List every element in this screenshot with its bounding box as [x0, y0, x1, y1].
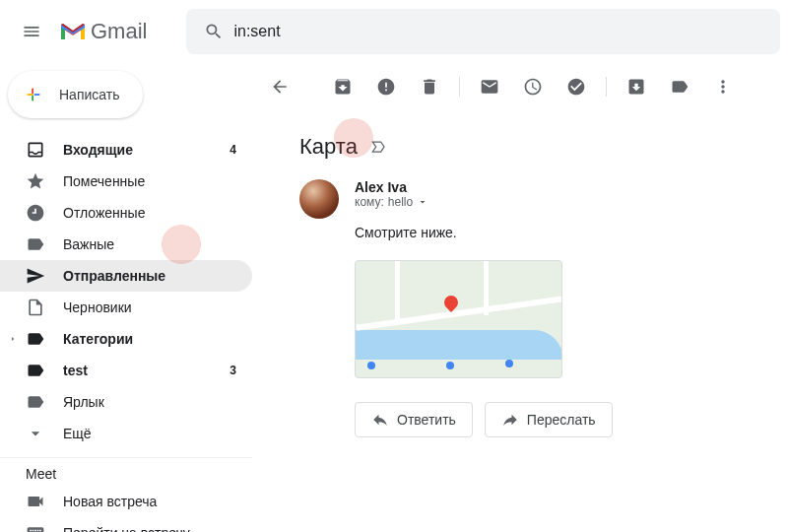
- forward-icon: [501, 411, 519, 429]
- sidebar-item[interactable]: Категории: [0, 323, 252, 355]
- message-body: Смотрите ниже.: [355, 225, 613, 240]
- chevron-down-icon: [417, 196, 428, 208]
- meet-item[interactable]: Перейти на встречу: [0, 517, 252, 532]
- reply-icon: [371, 411, 389, 429]
- sender-name: Alex Iva: [355, 179, 613, 195]
- keyboard-icon: [26, 523, 45, 532]
- sidebar-item[interactable]: Помеченные: [0, 166, 252, 197]
- search-input[interactable]: [233, 23, 772, 40]
- nav-list: Входящие4ПомеченныеОтложенныеВажныеОтпра…: [0, 134, 252, 449]
- map-attachment[interactable]: [355, 260, 562, 378]
- chevdown-icon: [26, 424, 45, 443]
- meet-header: Meet: [0, 457, 252, 486]
- star-icon: [26, 171, 45, 191]
- svg-rect-2: [28, 94, 33, 96]
- sidebar-item[interactable]: Ярлык: [0, 386, 252, 418]
- search-bar[interactable]: [186, 9, 780, 54]
- svg-point-6: [505, 360, 513, 367]
- logo-text: Gmail: [91, 19, 147, 44]
- delete-button[interactable]: [410, 67, 449, 106]
- compose-label: Написать: [59, 87, 119, 102]
- map-pin-icon: [441, 293, 461, 312]
- importance-icon[interactable]: [369, 137, 389, 157]
- sender-avatar[interactable]: [299, 179, 339, 219]
- main-pane: Карта Alex Iva кому: hello Смотрите ниже…: [252, 63, 788, 532]
- clock-icon: [26, 203, 45, 223]
- reply-button[interactable]: Ответить: [355, 402, 473, 437]
- mark-unread-button[interactable]: [470, 67, 509, 106]
- message-header: Alex Iva кому: hello Смотрите ниже.: [299, 179, 772, 437]
- spam-button[interactable]: [366, 67, 406, 106]
- toolbar: [252, 63, 788, 110]
- sidebar-item[interactable]: Входящие4: [0, 134, 252, 166]
- recipient-row[interactable]: кому: hello: [355, 195, 613, 209]
- header: Gmail: [0, 0, 788, 63]
- svg-rect-3: [34, 94, 39, 96]
- gmail-logo[interactable]: Gmail: [59, 19, 147, 44]
- label-icon: [26, 392, 45, 412]
- move-button[interactable]: [617, 67, 656, 106]
- label-icon: [26, 329, 45, 349]
- sidebar-item[interactable]: Отправленные: [0, 260, 252, 292]
- label-icon: [26, 361, 45, 380]
- sidebar-item[interactable]: test3: [0, 355, 252, 386]
- back-button[interactable]: [260, 67, 299, 106]
- main-menu-button[interactable]: [8, 8, 55, 55]
- svg-rect-0: [32, 89, 33, 94]
- sidebar-item[interactable]: Ещё: [0, 418, 252, 449]
- sidebar-item[interactable]: Важные: [0, 229, 252, 260]
- compose-button[interactable]: Написать: [8, 71, 143, 118]
- labels-button[interactable]: [660, 67, 699, 106]
- forward-button[interactable]: Переслать: [485, 402, 613, 437]
- sidebar-item[interactable]: Отложенные: [0, 197, 252, 229]
- subject-row: Карта: [299, 134, 772, 160]
- sidebar-item[interactable]: Черновики: [0, 292, 252, 323]
- archive-button[interactable]: [323, 67, 362, 106]
- add-task-button[interactable]: [557, 67, 596, 106]
- svg-rect-1: [32, 96, 33, 100]
- meet-item[interactable]: Новая встреча: [0, 486, 252, 517]
- send-icon: [26, 266, 45, 286]
- search-icon[interactable]: [194, 22, 233, 41]
- file-icon: [26, 298, 45, 317]
- plus-icon: [20, 81, 47, 108]
- svg-point-5: [446, 362, 454, 369]
- sidebar: Написать Входящие4ПомеченныеОтложенныеВа…: [0, 63, 252, 532]
- snooze-button[interactable]: [513, 67, 553, 106]
- more-button[interactable]: [703, 67, 743, 106]
- svg-point-4: [367, 362, 375, 369]
- tag-icon: [26, 234, 45, 254]
- inbox-icon: [26, 140, 45, 160]
- video-icon: [26, 492, 45, 511]
- subject-text: Карта: [299, 134, 358, 160]
